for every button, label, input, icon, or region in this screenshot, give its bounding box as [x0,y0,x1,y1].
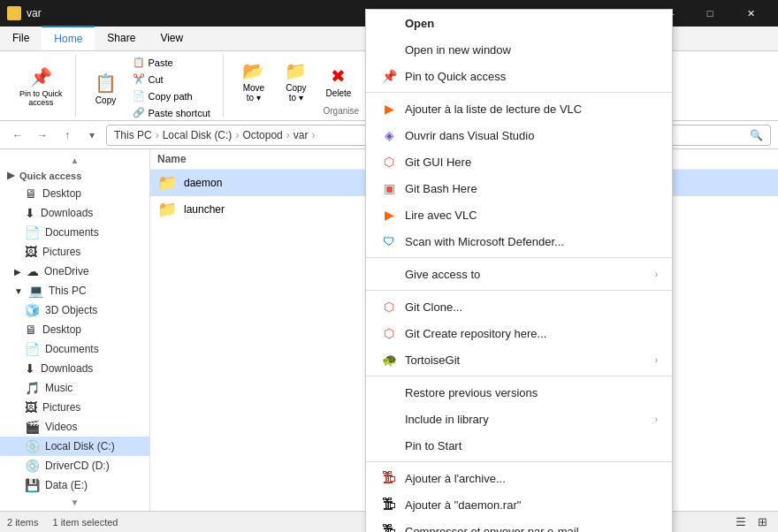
cm-give-access-wrap: Give access to [380,265,480,283]
cm-include-library-label: Include in library [405,413,489,426]
cm-tortoise-git[interactable]: 🐢 TortoiseGit › [366,346,672,373]
cm-git-bash[interactable]: ▣ Git Bash Here [366,175,672,201]
cm-vlc-add[interactable]: ▶ Ajouter à la liste de lecture de VLC [366,95,672,122]
pin-start-icon [380,437,398,454]
context-menu: Open Open in new window 📌 Pin to Quick a… [365,9,673,532]
cm-open-vs-label: Ouvrir dans Visual Studio [405,129,534,142]
cm-compresser-email[interactable]: 🗜 Compresser et envoyer par e-mail... [366,518,672,532]
tortoise-git-icon: 🐢 [380,351,398,369]
cm-git-create-repo-label: Git Create repository here... [405,327,546,340]
library-chevron: › [655,414,658,424]
vlc-lire-icon: ▶ [380,206,398,224]
cm-open-new-window[interactable]: Open in new window [366,36,672,63]
cm-vlc-lire[interactable]: ▶ Lire avec VLC [366,201,672,228]
winrar-icon-1: 🗜 [380,469,398,487]
cm-open[interactable]: Open [366,10,672,36]
main-window: var — □ ✕ File Home Share View 📌 Pin to … [0,0,778,532]
winrar-icon-2: 🗜 [380,496,398,513]
git-clone-icon: ⬡ [380,298,398,315]
cm-tortoise-git-label: TortoiseGit [405,353,460,367]
restore-icon [380,384,398,401]
cm-open-label: Open [405,17,434,30]
git-bash-icon: ▣ [380,179,398,197]
cm-sep-1 [366,92,672,93]
cm-pin-start[interactable]: Pin to Start [366,432,672,459]
cm-sep-5 [366,461,672,462]
library-icon [380,410,398,428]
give-access-icon [380,265,398,283]
cm-pin-start-label: Pin to Start [405,439,461,452]
cm-restore-label: Restore previous versions [405,386,538,399]
cm-ajouter-archive-label: Ajouter à l'archive... [405,472,506,485]
open-icon [380,14,398,32]
open-new-window-icon [380,41,398,58]
cm-compresser-email-label: Compresser et envoyer par e-mail... [405,525,588,533]
cm-sep-3 [366,290,672,291]
winrar-icon-3: 🗜 [380,522,398,532]
cm-ajouter-archive[interactable]: 🗜 Ajouter à l'archive... [366,465,672,491]
give-access-chevron: › [655,270,658,279]
vs-icon: ◈ [380,126,398,144]
cm-include-library[interactable]: Include in library › [366,406,672,432]
cm-give-access-label: Give access to [405,268,480,281]
pin-quick-access-icon: 📌 [380,67,398,85]
cm-pin-quick-access[interactable]: 📌 Pin to Quick access [366,63,672,89]
cm-scan-defender-label: Scan with Microsoft Defender... [405,235,564,248]
cm-open-vs[interactable]: ◈ Ouvrir dans Visual Studio [366,122,672,148]
cm-restore-versions[interactable]: Restore previous versions [366,379,672,406]
cm-ajouter-daemon-rar-label: Ajouter à "daemon.rar" [405,498,521,512]
vlc-icon: ▶ [380,100,398,118]
tortoise-git-chevron: › [655,355,658,365]
defender-icon: 🛡 [380,232,398,250]
cm-git-gui-label: Git GUI Here [405,156,471,169]
cm-git-clone-label: Git Clone... [405,300,462,314]
cm-scan-defender[interactable]: 🛡 Scan with Microsoft Defender... [366,228,672,255]
cm-git-gui[interactable]: ⬡ Git GUI Here [366,148,672,175]
git-gui-icon: ⬡ [380,153,398,171]
cm-git-clone[interactable]: ⬡ Git Clone... [366,293,672,320]
cm-ajouter-daemon-rar[interactable]: 🗜 Ajouter à "daemon.rar" [366,491,672,518]
cm-vlc-add-label: Ajouter à la liste de lecture de VLC [405,103,582,116]
git-create-repo-icon: ⬡ [380,324,398,342]
cm-tortoise-git-wrap: 🐢 TortoiseGit [380,351,460,369]
cm-git-bash-label: Git Bash Here [405,182,477,195]
cm-include-library-wrap: Include in library [380,410,489,428]
cm-sep-4 [366,376,672,376]
cm-give-access[interactable]: Give access to › [366,261,672,287]
cm-sep-2 [366,257,672,258]
cm-pin-quick-access-label: Pin to Quick access [405,70,506,83]
cm-git-create-repo[interactable]: ⬡ Git Create repository here... [366,320,672,346]
cm-vlc-lire-label: Lire avec VLC [405,209,477,222]
cm-open-new-window-label: Open in new window [405,43,511,57]
context-menu-overlay: Open Open in new window 📌 Pin to Quick a… [0,0,778,532]
